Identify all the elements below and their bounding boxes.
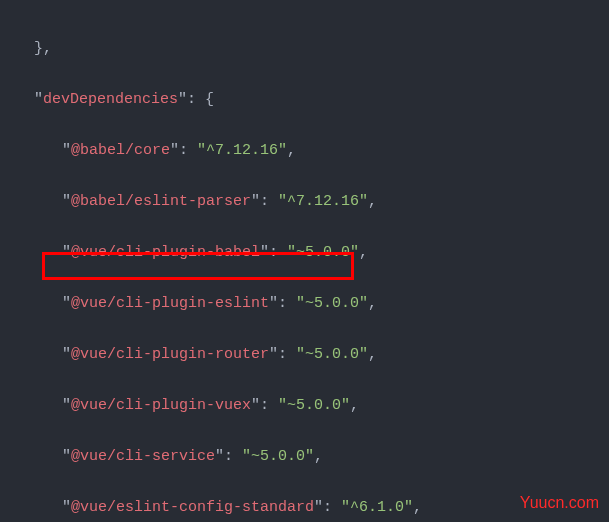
dependency-line: "@vue/cli-plugin-eslint": "~5.0.0", xyxy=(6,291,603,317)
dependency-line: "@vue/cli-plugin-router": "~5.0.0", xyxy=(6,342,603,368)
dependency-key: @babel/core xyxy=(71,142,170,159)
dependency-line: "@vue/eslint-config-standard": "^6.1.0", xyxy=(6,495,603,521)
dependency-value: "~5.0.0" xyxy=(278,397,350,414)
dependency-key: @vue/cli-plugin-babel xyxy=(71,244,260,261)
dependency-line: "@babel/core": "^7.12.16", xyxy=(6,138,603,164)
dependency-value: "^7.12.16" xyxy=(197,142,287,159)
dependency-value: "~5.0.0" xyxy=(296,295,368,312)
dependency-line: "@babel/eslint-parser": "^7.12.16", xyxy=(6,189,603,215)
dependency-key: @vue/cli-plugin-router xyxy=(71,346,269,363)
dependency-value: "^6.1.0" xyxy=(341,499,413,516)
watermark: Yuucn.com xyxy=(520,489,599,516)
dependency-value: "^7.12.16" xyxy=(278,193,368,210)
line-object-key: "devDependencies": { xyxy=(6,87,603,113)
dependency-key: @vue/cli-plugin-vuex xyxy=(71,397,251,414)
dependency-key: @vue/eslint-config-standard xyxy=(71,499,314,516)
dependency-value: "~5.0.0" xyxy=(287,244,359,261)
dependency-value: "~5.0.0" xyxy=(242,448,314,465)
dependency-key: @babel/eslint-parser xyxy=(71,193,251,210)
line-top-brace: }, xyxy=(6,36,603,62)
brace-close-comma: }, xyxy=(34,40,52,57)
dependency-key: @vue/cli-service xyxy=(71,448,215,465)
dependency-key: @vue/cli-plugin-eslint xyxy=(71,295,269,312)
code-block: }, "devDependencies": { "@babel/core": "… xyxy=(0,0,609,522)
dependency-line: "@vue/cli-plugin-vuex": "~5.0.0", xyxy=(6,393,603,419)
dependency-line: "@vue/cli-service": "~5.0.0", xyxy=(6,444,603,470)
dependency-value: "~5.0.0" xyxy=(296,346,368,363)
object-key: devDependencies xyxy=(43,91,178,108)
dependency-line: "@vue/cli-plugin-babel": "~5.0.0", xyxy=(6,240,603,266)
